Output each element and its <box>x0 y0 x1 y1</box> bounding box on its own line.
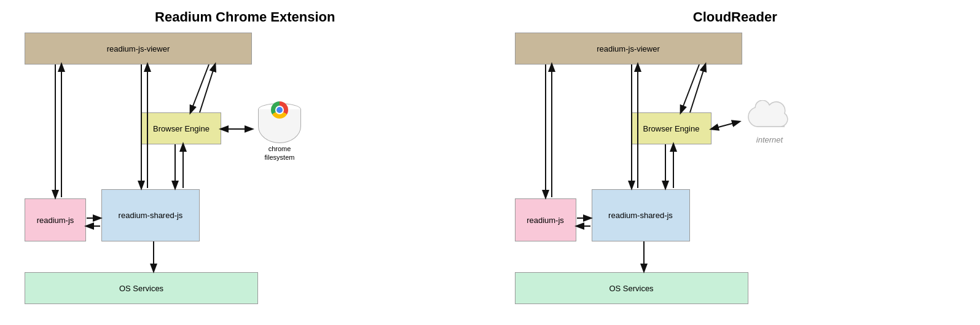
svg-line-16 <box>681 65 699 112</box>
right-readiumjs-box: readium-js <box>515 198 576 241</box>
svg-line-18 <box>711 122 739 129</box>
left-cylinder <box>258 103 301 143</box>
right-browser-box: Browser Engine <box>632 112 711 144</box>
left-browser-box: Browser Engine <box>141 112 221 144</box>
svg-line-4 <box>190 65 209 112</box>
diagrams-container: Readium Chrome Extension readium-js-view… <box>0 0 980 325</box>
svg-line-17 <box>690 65 705 112</box>
right-sharedjs-box: readium-shared-js <box>592 189 690 241</box>
left-readiumjs-box: readium-js <box>25 198 86 241</box>
left-os-box: OS Services <box>25 272 258 304</box>
internet-label: internet <box>756 135 783 144</box>
right-diagram: CloudReader readium-js-viewer Browser En… <box>503 6 968 319</box>
svg-line-5 <box>200 65 215 112</box>
right-os-box: OS Services <box>515 272 748 304</box>
left-sharedjs-box: readium-shared-js <box>101 189 200 241</box>
left-diagram: Readium Chrome Extension readium-js-view… <box>12 6 478 319</box>
right-internet: internet <box>739 100 801 144</box>
right-title: CloudReader <box>693 9 777 25</box>
left-body: readium-js-viewer Browser Engine readium… <box>12 33 478 319</box>
left-filesystem: chrome filesystem <box>252 103 307 162</box>
right-body: readium-js-viewer Browser Engine readium… <box>503 33 968 319</box>
right-viewer-box: readium-js-viewer <box>515 33 742 65</box>
left-viewer-box: readium-js-viewer <box>25 33 252 65</box>
left-title: Readium Chrome Extension <box>155 9 335 25</box>
cloud-icon <box>745 100 794 134</box>
left-cyl-label: chrome filesystem <box>265 144 295 162</box>
